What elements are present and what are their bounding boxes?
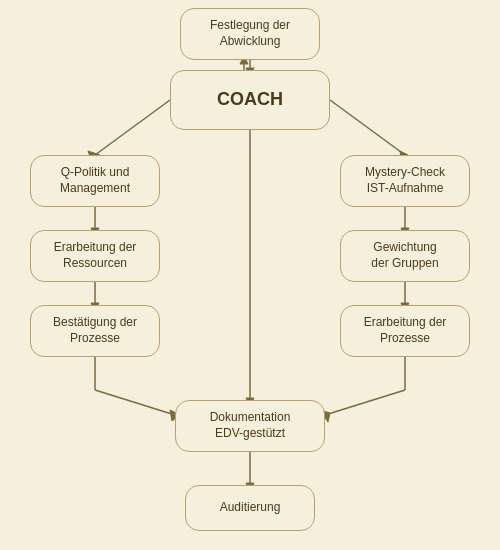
node-bestaetigung-text: Bestätigung derProzesse xyxy=(53,315,137,346)
node-mystery-text: Mystery-CheckIST-Aufnahme xyxy=(365,165,445,196)
svg-line-4 xyxy=(95,100,170,155)
node-qpolitik-text: Q-Politik undManagement xyxy=(60,165,130,196)
node-dokumentation: DokumentationEDV-gestützt xyxy=(175,400,325,452)
node-ressourcen-text: Erarbeitung derRessourcen xyxy=(54,240,137,271)
node-auditierung: Auditierung xyxy=(185,485,315,531)
node-bestaetigung: Bestätigung derProzesse xyxy=(30,305,160,357)
node-coach-label: COACH xyxy=(217,88,283,111)
diagram-container: Festlegung derAbwicklung COACH Q-Politik… xyxy=(0,0,500,550)
node-erarbeitung-prozesse: Erarbeitung derProzesse xyxy=(340,305,470,357)
svg-line-20 xyxy=(325,390,405,415)
node-gewichtung: Gewichtungder Gruppen xyxy=(340,230,470,282)
svg-line-6 xyxy=(330,100,405,155)
node-mystery: Mystery-CheckIST-Aufnahme xyxy=(340,155,470,207)
node-ressourcen: Erarbeitung derRessourcen xyxy=(30,230,160,282)
node-festlegung: Festlegung derAbwicklung xyxy=(180,8,320,60)
node-coach: COACH xyxy=(170,70,330,130)
node-erarbeitung-prozesse-text: Erarbeitung derProzesse xyxy=(364,315,447,346)
node-festlegung-text: Festlegung derAbwicklung xyxy=(210,18,290,49)
svg-line-17 xyxy=(95,390,175,415)
node-qpolitik: Q-Politik undManagement xyxy=(30,155,160,207)
node-gewichtung-text: Gewichtungder Gruppen xyxy=(371,240,438,271)
node-auditierung-label: Auditierung xyxy=(220,500,281,516)
node-dokumentation-text: DokumentationEDV-gestützt xyxy=(210,410,291,441)
